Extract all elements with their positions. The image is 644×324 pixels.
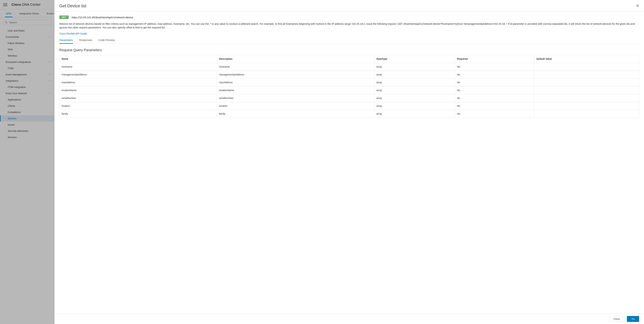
table-row: hostnamehostnamearrayNo <box>60 63 639 71</box>
endpoint-url: https://10.93.141.45/dna/intent/api/v1/n… <box>72 16 133 19</box>
cell-default <box>534 110 639 118</box>
cell-datatype: array <box>374 79 455 86</box>
detail-sub-tabs: ParametersResponsesCode Preview <box>59 38 639 44</box>
close-button[interactable]: Close <box>609 316 624 322</box>
col-description: Description <box>217 55 374 63</box>
table-row: macAddressmacAddressarrayNo <box>60 79 639 86</box>
cell-description: serialNumber <box>217 94 374 102</box>
cell-datatype: array <box>374 63 455 71</box>
table-row: locationNamelocationNamearrayNo <box>60 86 639 94</box>
cell-name: locationName <box>60 86 217 94</box>
cell-default <box>534 63 639 71</box>
cell-required: No <box>455 102 534 110</box>
cell-description: macAddress <box>217 79 374 86</box>
http-method-chip: GET <box>59 15 68 19</box>
cell-name: managementIpAddress <box>60 71 217 79</box>
cell-default <box>534 86 639 94</box>
cell-datatype: array <box>374 102 455 110</box>
api-detail-panel: Get Device list ✕ GET https://10.93.141.… <box>54 0 644 324</box>
cell-datatype: array <box>374 71 455 79</box>
endpoint-description: Returns list of network devices based on… <box>59 22 639 29</box>
col-datatype: DataType <box>374 55 455 63</box>
cell-name: serialNumber <box>60 94 217 102</box>
try-button[interactable]: Try <box>627 316 639 322</box>
cell-name: family <box>60 110 217 118</box>
panel-title: Get Device list <box>59 3 86 8</box>
cell-datatype: array <box>374 86 455 94</box>
cell-required: No <box>455 71 534 79</box>
sub-tab-responses[interactable]: Responses <box>79 38 92 44</box>
cell-default <box>534 102 639 110</box>
cell-description: locationName <box>217 86 374 94</box>
cell-name: location <box>60 102 217 110</box>
col-name: Name <box>60 55 217 63</box>
cell-name: macAddress <box>60 79 217 86</box>
cell-default <box>534 94 639 102</box>
cell-required: No <box>455 63 534 71</box>
cell-required: No <box>455 94 534 102</box>
table-row: familyfamilyarrayNo <box>60 110 639 118</box>
cell-description: family <box>217 110 374 118</box>
cell-default <box>534 79 639 86</box>
modal-overlay: Get Device list ✕ GET https://10.93.141.… <box>0 0 644 324</box>
table-row: managementIpAddressmanagementIpAddressar… <box>60 71 639 79</box>
close-icon[interactable]: ✕ <box>636 4 639 8</box>
devnet-guide-link[interactable]: Cisco DevNet API Guide <box>59 32 87 35</box>
table-row: serialNumberserialNumberarrayNo <box>60 94 639 102</box>
cell-description: location <box>217 102 374 110</box>
cell-description: hostname <box>217 63 374 71</box>
col-required: Required <box>455 55 534 63</box>
cell-description: managementIpAddress <box>217 71 374 79</box>
table-row: locationlocationarrayNo <box>60 102 639 110</box>
col-default-value: Default Value <box>534 55 639 63</box>
cell-required: No <box>455 86 534 94</box>
cell-default <box>534 71 639 79</box>
sub-tab-code-preview[interactable]: Code Preview <box>98 38 115 44</box>
params-table: NameDescriptionDataTypeRequiredDefault V… <box>59 55 639 118</box>
cell-required: No <box>455 110 534 118</box>
sub-tab-parameters[interactable]: Parameters <box>59 38 73 44</box>
cell-datatype: array <box>374 110 455 118</box>
cell-name: hostname <box>60 63 217 71</box>
section-title: Request Query Parameters <box>59 48 639 52</box>
cell-required: No <box>455 79 534 86</box>
cell-datatype: array <box>374 94 455 102</box>
